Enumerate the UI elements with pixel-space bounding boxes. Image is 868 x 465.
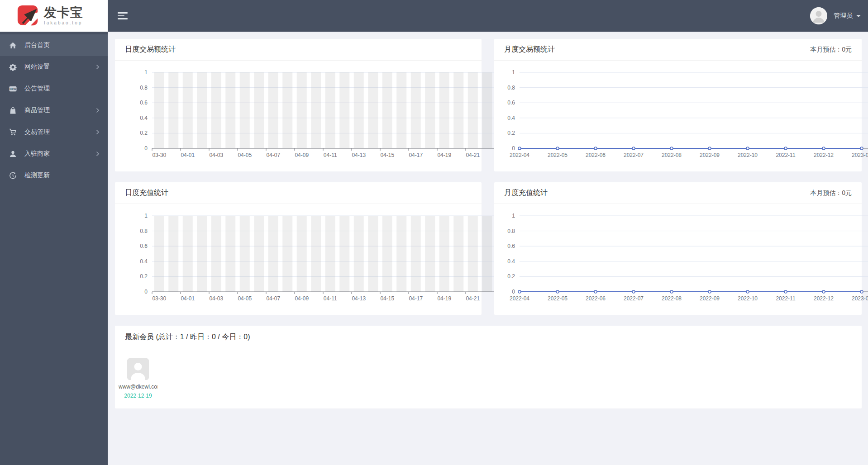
panel-title-monthly-sales: 月度交易额统计 (504, 45, 555, 54)
svg-text:0.8: 0.8 (140, 85, 148, 91)
sidebar-item-label: 商品管理 (24, 106, 96, 114)
svg-text:0.8: 0.8 (140, 228, 148, 234)
svg-text:2023-01: 2023-01 (852, 295, 868, 302)
svg-text:04-07: 04-07 (266, 295, 280, 302)
svg-text:2023-01: 2023-01 (852, 152, 868, 158)
svg-text:2022-04: 2022-04 (510, 295, 529, 302)
svg-text:2022-09: 2022-09 (700, 152, 720, 158)
svg-text:04-15: 04-15 (380, 152, 394, 158)
monthly-sales-chart[interactable]: 00.20.40.60.812022-042022-052022-062022-… (494, 68, 862, 164)
sidebar-item-home[interactable]: 后台首页 (0, 34, 108, 56)
svg-text:0: 0 (512, 289, 515, 295)
svg-text:0: 0 (144, 145, 148, 152)
sidebar-item-label: 交易管理 (24, 128, 96, 136)
sidebar-item-site-settings[interactable]: 网站设置 (0, 56, 108, 78)
svg-text:0.6: 0.6 (140, 100, 148, 106)
panel-daily-sales: 日度交易额统计 00.20.40.60.8103-3004-0104-0304-… (115, 39, 482, 171)
svg-text:2022-11: 2022-11 (776, 295, 795, 302)
svg-text:04-09: 04-09 (295, 152, 309, 158)
panel-daily-recharge: 日度充值统计 00.20.40.60.8103-3004-0104-0304-0… (115, 182, 482, 315)
svg-text:04-13: 04-13 (352, 152, 366, 158)
svg-text:2022-07: 2022-07 (624, 295, 644, 302)
svg-text:04-05: 04-05 (238, 152, 252, 158)
sidebar-item-label: 入驻商家 (24, 150, 96, 158)
svg-text:0.4: 0.4 (507, 115, 515, 121)
sidebar-menu: 后台首页网站设置NEW公告管理商品管理交易管理入驻商家检测更新 (0, 32, 108, 186)
svg-text:04-13: 04-13 (352, 295, 366, 302)
cart-icon (9, 128, 17, 136)
svg-text:04-05: 04-05 (238, 295, 252, 302)
svg-text:1: 1 (512, 69, 515, 76)
chevron-right-icon (96, 108, 100, 113)
svg-text:04-19: 04-19 (437, 152, 451, 158)
svg-text:0.6: 0.6 (507, 243, 515, 249)
svg-text:1: 1 (144, 213, 148, 219)
svg-text:2022-12: 2022-12 (814, 295, 834, 302)
sidebar-item-products[interactable]: 商品管理 (0, 100, 108, 121)
member-card: www@dkewl.com2022-12-19 (119, 358, 157, 399)
svg-text:04-09: 04-09 (295, 295, 309, 302)
svg-text:0.2: 0.2 (507, 273, 515, 280)
svg-text:04-03: 04-03 (209, 295, 223, 302)
svg-text:2022-10: 2022-10 (738, 295, 758, 302)
member-avatar (127, 358, 149, 380)
svg-text:0.4: 0.4 (507, 258, 515, 265)
sidebar-item-announcements[interactable]: NEW公告管理 (0, 78, 108, 100)
svg-text:2022-06: 2022-06 (586, 295, 606, 302)
member-join-date: 2022-12-19 (119, 393, 157, 399)
bag-icon (9, 107, 17, 114)
svg-text:03-30: 03-30 (152, 295, 166, 302)
person-icon (127, 358, 149, 380)
svg-text:04-01: 04-01 (181, 152, 195, 158)
svg-text:04-07: 04-07 (266, 152, 280, 158)
member-email: www@dkewl.com (119, 384, 157, 390)
svg-text:2022-06: 2022-06 (586, 152, 606, 158)
sidebar-item-label: 公告管理 (24, 85, 100, 93)
gear-icon (9, 63, 17, 71)
update-icon (9, 172, 17, 180)
svg-text:04-11: 04-11 (324, 152, 337, 158)
svg-text:0.6: 0.6 (507, 100, 515, 106)
user-menu[interactable]: 管理员 (810, 7, 861, 24)
user-avatar (810, 7, 827, 24)
svg-text:0.4: 0.4 (140, 115, 148, 121)
sidebar-item-orders[interactable]: 交易管理 (0, 121, 108, 143)
monthly-recharge-chart[interactable]: 00.20.40.60.812022-042022-052022-062022-… (494, 211, 862, 307)
svg-text:04-21: 04-21 (466, 295, 480, 302)
svg-text:04-03: 04-03 (209, 152, 223, 158)
sidebar-item-merchants[interactable]: 入驻商家 (0, 143, 108, 165)
svg-text:2022-09: 2022-09 (700, 295, 720, 302)
sidebar: 发卡宝 fakabao.top 后台首页网站设置NEW公告管理商品管理交易管理入… (0, 0, 108, 465)
svg-text:1: 1 (144, 69, 148, 76)
hamburger-menu-icon[interactable] (118, 10, 128, 21)
panel-title-daily-sales: 日度交易额统计 (125, 45, 176, 54)
svg-text:2022-07: 2022-07 (624, 152, 644, 158)
svg-text:04-17: 04-17 (409, 152, 423, 158)
brand-logo[interactable]: 发卡宝 fakabao.top (0, 0, 108, 32)
brand-domain: fakabao.top (44, 21, 83, 25)
chevron-right-icon (96, 129, 100, 135)
svg-text:NEW: NEW (10, 87, 16, 90)
new-badge-icon: NEW (9, 85, 17, 93)
monthly-recharge-estimate: 本月预估：0元 (810, 189, 852, 197)
svg-text:0.8: 0.8 (507, 85, 515, 91)
svg-text:04-15: 04-15 (380, 295, 394, 302)
user-icon (9, 150, 17, 158)
latest-members-title: 最新会员 (总计：1 / 昨日：0 / 今日：0) (125, 332, 250, 342)
svg-text:0.4: 0.4 (140, 258, 148, 265)
svg-text:04-21: 04-21 (466, 152, 480, 158)
sidebar-item-update-check[interactable]: 检测更新 (0, 165, 108, 186)
daily-sales-chart[interactable]: 00.20.40.60.8103-3004-0104-0304-0504-070… (115, 68, 482, 164)
main-content: 日度交易额统计 00.20.40.60.8103-3004-0104-0304-… (108, 32, 868, 419)
svg-text:04-17: 04-17 (409, 295, 423, 302)
svg-text:2022-08: 2022-08 (662, 152, 682, 158)
svg-text:2022-10: 2022-10 (738, 152, 758, 158)
svg-text:0.8: 0.8 (507, 228, 515, 234)
brand-name: 发卡宝 (44, 6, 83, 19)
sidebar-item-label: 网站设置 (24, 63, 96, 71)
svg-text:0: 0 (512, 145, 515, 152)
daily-recharge-chart[interactable]: 00.20.40.60.8103-3004-0104-0304-0504-070… (115, 211, 482, 307)
sidebar-item-label: 检测更新 (24, 171, 100, 180)
panel-monthly-recharge: 月度充值统计 本月预估：0元 00.20.40.60.812022-042022… (494, 182, 862, 315)
svg-text:2022-08: 2022-08 (662, 295, 682, 302)
